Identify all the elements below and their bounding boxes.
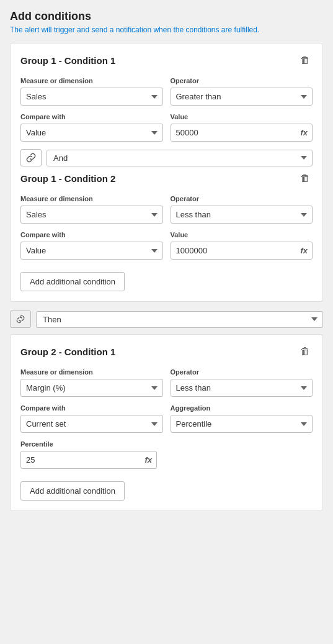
condition2-fx-button[interactable]: fx [298, 245, 310, 256]
condition1-measure-label: Measure or dimension [20, 77, 163, 84]
condition-connector-row: And Or [20, 149, 313, 166]
page-title: Add conditions [10, 10, 323, 23]
then-select[interactable]: Then And Or [36, 311, 323, 328]
and-or-select[interactable]: And Or [47, 150, 313, 166]
condition2-value-label: Value [171, 231, 313, 238]
condition1-measure-select[interactable]: Sales Margin (%) Revenue [20, 88, 163, 106]
condition2-value-wrapper: fx [171, 242, 313, 260]
group2-card: Group 2 - Condition 1 🗑 Measure or dimen… [10, 334, 323, 511]
delete-condition1-button[interactable]: 🗑 [298, 53, 313, 67]
condition1-value-wrapper: fx [171, 124, 313, 142]
condition2-value-input[interactable] [171, 242, 313, 260]
condition2-title: Group 1 - Condition 2 [20, 173, 115, 184]
group1-add-condition-button[interactable]: Add additional condition [20, 272, 125, 291]
group2-condition1-measure-select[interactable]: Margin (%) Sales Revenue [20, 379, 163, 397]
condition2-compare-select[interactable]: Value Average Current set [20, 242, 163, 260]
condition2-fields-row1: Measure or dimension Sales Margin (%) Op… [20, 195, 313, 224]
condition1-operator-group: Operator Greater than Less than Equal to [171, 77, 313, 106]
group2-condition1-measure-label: Measure or dimension [20, 368, 163, 376]
group2-condition1-header: Group 2 - Condition 1 🗑 [20, 345, 313, 358]
group2-condition1-aggregation-group: Aggregation Percentile Average Sum Min M… [171, 404, 313, 433]
condition1-fx-button[interactable]: fx [298, 127, 310, 138]
delete-group2-condition1-button[interactable]: 🗑 [298, 345, 313, 358]
condition2-measure-select[interactable]: Sales Margin (%) [20, 206, 163, 224]
broken-link-button[interactable] [10, 311, 31, 328]
condition1-fields-row1: Measure or dimension Sales Margin (%) Re… [20, 77, 313, 106]
group2-condition1-fields-row2: Compare with Current set Value Average A… [20, 404, 313, 433]
group2-condition1-compare-label: Compare with [20, 404, 163, 412]
condition2-measure-group: Measure or dimension Sales Margin (%) [20, 195, 163, 224]
group2-condition1-aggregation-label: Aggregation [171, 404, 313, 412]
group2-condition1-operator-select[interactable]: Less than Greater than Equal to [171, 379, 313, 397]
condition2-compare-label: Compare with [20, 231, 163, 238]
group2-condition1-percentile-wrapper: fx [20, 451, 157, 469]
condition1-measure-group: Measure or dimension Sales Margin (%) Re… [20, 77, 163, 106]
condition1-compare-select[interactable]: Value Average Current set [20, 124, 163, 142]
condition2-operator-group: Operator Less than Greater than Equal to [171, 195, 313, 224]
group-connector-row: Then And Or [10, 311, 323, 328]
group2-condition1: Group 2 - Condition 1 🗑 Measure or dimen… [20, 345, 313, 469]
condition2-fields-row2: Compare with Value Average Current set V… [20, 231, 313, 260]
condition1-value-label: Value [171, 113, 313, 120]
group2-condition1-compare-select[interactable]: Current set Value Average [20, 415, 163, 433]
page-subtitle: The alert will trigger and send a notifi… [10, 25, 323, 34]
condition1-compare-label: Compare with [20, 113, 163, 120]
group2-add-condition-button[interactable]: Add additional condition [20, 481, 125, 501]
group2-condition1-operator-label: Operator [171, 368, 313, 376]
group2-condition1-aggregation-select[interactable]: Percentile Average Sum Min Max [171, 415, 313, 433]
condition1-compare-group: Compare with Value Average Current set [20, 113, 163, 142]
delete-condition2-button[interactable]: 🗑 [298, 171, 313, 185]
group2-condition1-percentile-input[interactable] [20, 451, 157, 469]
group2-condition1-measure-group: Measure or dimension Margin (%) Sales Re… [20, 368, 163, 397]
condition2-compare-group: Compare with Value Average Current set [20, 231, 163, 260]
group1-condition1: Group 1 - Condition 1 🗑 Measure or dimen… [20, 53, 313, 142]
group1-condition2: Group 1 - Condition 2 🗑 Measure or dimen… [20, 171, 313, 260]
condition1-value-group: Value fx [171, 113, 313, 142]
condition1-operator-select[interactable]: Greater than Less than Equal to [171, 88, 313, 106]
broken-link-icon [16, 314, 25, 324]
condition1-value-input[interactable] [171, 124, 313, 142]
group2-condition1-fields-row1: Measure or dimension Margin (%) Sales Re… [20, 368, 313, 397]
group1-card: Group 1 - Condition 1 🗑 Measure or dimen… [10, 43, 323, 302]
condition2-measure-label: Measure or dimension [20, 195, 163, 202]
group2-condition1-compare-group: Compare with Current set Value Average [20, 404, 163, 433]
condition1-operator-label: Operator [171, 77, 313, 84]
condition2-header: Group 1 - Condition 2 🗑 [20, 171, 313, 185]
link-icon [26, 153, 36, 163]
link-icon-button[interactable] [20, 149, 42, 166]
condition2-value-group: Value fx [171, 231, 313, 260]
condition2-operator-select[interactable]: Less than Greater than Equal to [171, 206, 313, 224]
condition1-title: Group 1 - Condition 1 [20, 55, 115, 66]
group2-condition1-fx-button[interactable]: fx [142, 454, 154, 466]
group2-condition1-operator-group: Operator Less than Greater than Equal to [171, 368, 313, 397]
condition1-header: Group 1 - Condition 1 🗑 [20, 53, 313, 67]
group2-condition1-fields-row3: Percentile fx [20, 440, 313, 469]
condition1-fields-row2: Compare with Value Average Current set V… [20, 113, 313, 142]
group2-condition1-percentile-group: Percentile fx [20, 440, 157, 469]
condition2-operator-label: Operator [171, 195, 313, 202]
group2-condition1-title: Group 2 - Condition 1 [20, 347, 115, 357]
group2-condition1-percentile-label: Percentile [20, 440, 157, 448]
